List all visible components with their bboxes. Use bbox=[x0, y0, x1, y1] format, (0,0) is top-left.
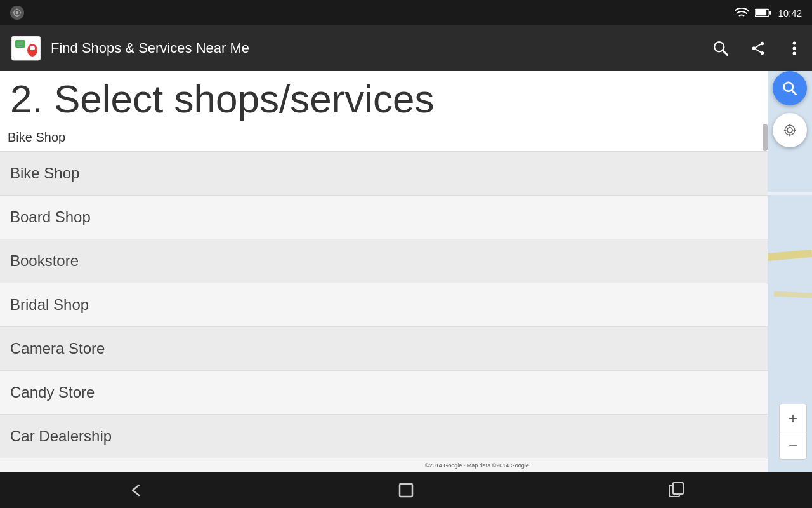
scroll-nub bbox=[763, 124, 768, 151]
list-item[interactable]: Candy Store bbox=[0, 371, 768, 415]
search-fab[interactable] bbox=[773, 71, 807, 105]
list-item[interactable]: Bookstore bbox=[0, 239, 768, 283]
svg-rect-8 bbox=[769, 11, 771, 15]
list-item[interactable]: Bridal Shop bbox=[0, 283, 768, 327]
svg-line-16 bbox=[723, 50, 728, 55]
app-bar: 🛒 Find Shops & Services Near Me bbox=[0, 25, 812, 71]
home-button[interactable] bbox=[370, 475, 442, 505]
gps-status-icon bbox=[10, 6, 24, 20]
list-panel: 2. Select shops/services Bike Shop Board… bbox=[0, 71, 768, 472]
right-sidebar: ©2014 Google · Map data ©2014 Google + − bbox=[768, 71, 812, 472]
list-item[interactable]: Camera Store bbox=[0, 327, 768, 371]
search-icon[interactable] bbox=[712, 39, 730, 57]
svg-point-22 bbox=[793, 42, 796, 45]
list-item[interactable]: Car Wash bbox=[0, 458, 768, 472]
svg-point-0 bbox=[16, 11, 19, 15]
svg-point-24 bbox=[793, 52, 796, 55]
list-item[interactable]: Car Dealership bbox=[0, 415, 768, 458]
battery-icon bbox=[755, 8, 771, 17]
list-item[interactable]: Board Shop bbox=[0, 196, 768, 239]
svg-point-13 bbox=[30, 46, 35, 51]
zoom-controls: + − bbox=[779, 404, 807, 460]
select-heading: 2. Select shops/services bbox=[10, 77, 435, 121]
bottom-nav bbox=[0, 472, 812, 508]
zoom-in-button[interactable]: + bbox=[779, 404, 807, 432]
search-input[interactable] bbox=[8, 128, 760, 147]
location-fab[interactable] bbox=[773, 113, 807, 147]
svg-line-21 bbox=[756, 49, 761, 52]
zoom-out-button[interactable]: − bbox=[779, 432, 807, 460]
app-icon: 🛒 bbox=[10, 32, 42, 64]
page-heading: 2. Select shops/services bbox=[0, 71, 768, 124]
status-left bbox=[10, 6, 24, 20]
svg-line-20 bbox=[756, 44, 761, 48]
svg-rect-35 bbox=[673, 483, 683, 494]
svg-point-17 bbox=[761, 42, 764, 45]
search-bar bbox=[0, 124, 768, 152]
svg-rect-7 bbox=[756, 10, 767, 15]
wifi-icon bbox=[735, 8, 749, 18]
app-title: Find Shops & Services Near Me bbox=[51, 40, 703, 57]
svg-rect-33 bbox=[400, 484, 412, 497]
svg-point-19 bbox=[761, 51, 764, 55]
svg-text:🛒: 🛒 bbox=[16, 40, 25, 48]
share-icon[interactable] bbox=[750, 40, 766, 57]
svg-line-26 bbox=[792, 90, 796, 95]
main-content: 2. Select shops/services Bike Shop Board… bbox=[0, 71, 812, 472]
items-list: Bike Shop Board Shop Bookstore Bridal Sh… bbox=[0, 152, 768, 472]
map-attribution: ©2014 Google · Map data ©2014 Google bbox=[425, 462, 529, 469]
svg-point-27 bbox=[787, 128, 792, 133]
back-button[interactable] bbox=[100, 475, 171, 505]
app-actions bbox=[712, 39, 802, 57]
status-right: 10:42 bbox=[735, 8, 802, 18]
svg-point-18 bbox=[752, 46, 756, 50]
more-vert-icon[interactable] bbox=[787, 39, 802, 57]
svg-point-28 bbox=[785, 125, 795, 135]
status-bar: 10:42 bbox=[0, 0, 812, 25]
time-display: 10:42 bbox=[778, 8, 802, 18]
svg-point-23 bbox=[793, 47, 796, 50]
recents-button[interactable] bbox=[641, 475, 712, 505]
list-item[interactable]: Bike Shop bbox=[0, 152, 768, 196]
